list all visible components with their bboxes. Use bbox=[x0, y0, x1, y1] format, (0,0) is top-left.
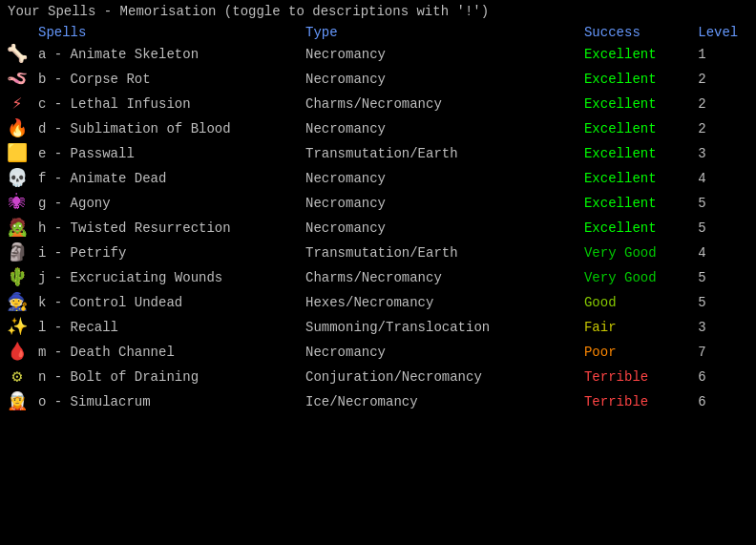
spell-type-cell: Transmutation/Earth bbox=[302, 241, 569, 265]
spell-icon-cell: 🕷 bbox=[0, 191, 34, 216]
table-row: 🟨e - PasswallTransmutation/EarthExcellen… bbox=[0, 141, 756, 166]
table-row: 🌵j - Excruciating WoundsCharms/Necromanc… bbox=[0, 265, 756, 290]
spell-name-cell[interactable]: l - Recall bbox=[34, 315, 302, 340]
spell-name-cell[interactable]: c - Lethal Infusion bbox=[34, 92, 302, 116]
spell-name-cell[interactable]: n - Bolt of Draining bbox=[34, 365, 302, 389]
spell-level-cell: 5 bbox=[690, 265, 756, 290]
spell-success-cell: Very Good bbox=[569, 265, 690, 290]
spell-icon: 🕷 bbox=[6, 192, 29, 215]
spell-icon: 🧟 bbox=[6, 217, 29, 240]
spell-name-cell[interactable]: h - Twisted Resurrection bbox=[34, 216, 302, 241]
spell-type-cell: Conjuration/Necromancy bbox=[302, 365, 569, 389]
spell-success-cell: Excellent bbox=[569, 141, 690, 166]
spell-success-cell: Excellent bbox=[569, 216, 690, 241]
spell-icon-cell: 🪱 bbox=[0, 67, 34, 92]
spell-type-cell: Transmutation/Earth bbox=[302, 141, 569, 166]
spell-icon-cell: 🧟 bbox=[0, 216, 34, 241]
spell-icon: 🗿 bbox=[6, 241, 29, 264]
spell-success-cell: Fair bbox=[569, 315, 690, 340]
table-row: ⚙n - Bolt of DrainingConjuration/Necroma… bbox=[0, 365, 756, 389]
spell-icon-cell: 🧝 bbox=[0, 389, 34, 414]
spell-level-cell: 6 bbox=[690, 389, 756, 414]
spell-name-cell[interactable]: g - Agony bbox=[34, 191, 302, 216]
spell-type-cell: Necromancy bbox=[302, 67, 569, 92]
spell-icon: 🧝 bbox=[6, 390, 29, 413]
spell-type-cell: Necromancy bbox=[302, 116, 569, 141]
table-row: ⚡c - Lethal InfusionCharms/NecromancyExc… bbox=[0, 92, 756, 116]
spell-level-cell: 4 bbox=[690, 166, 756, 191]
spell-icon: 🔥 bbox=[6, 117, 29, 140]
spell-name-cell[interactable]: k - Control Undead bbox=[34, 290, 302, 315]
spell-icon: ⚙ bbox=[6, 366, 29, 388]
spell-level-cell: 3 bbox=[690, 315, 756, 340]
spell-success-cell: Good bbox=[569, 290, 690, 315]
spell-icon: ⚡ bbox=[6, 93, 29, 115]
spell-success-cell: Poor bbox=[569, 340, 690, 365]
spell-icon-cell: 🔥 bbox=[0, 116, 34, 141]
table-row: 💀f - Animate DeadNecromancyExcellent4 bbox=[0, 166, 756, 191]
spell-name-cell[interactable]: f - Animate Dead bbox=[34, 166, 302, 191]
spell-icon-cell: 💀 bbox=[0, 166, 34, 191]
spell-icon: 🩸 bbox=[6, 341, 29, 364]
spell-success-cell: Excellent bbox=[569, 92, 690, 116]
spell-level-cell: 5 bbox=[690, 191, 756, 216]
spell-icon-cell: 🟨 bbox=[0, 141, 34, 166]
header: Your Spells - Memorisation (toggle to de… bbox=[0, 0, 756, 23]
header-text: Your Spells - Memorisation (toggle to de… bbox=[8, 4, 489, 19]
spell-icon: 🟨 bbox=[6, 142, 29, 165]
spell-level-cell: 7 bbox=[690, 340, 756, 365]
spell-type-cell: Necromancy bbox=[302, 216, 569, 241]
level-header: Level bbox=[690, 23, 756, 42]
spell-icon: ✨ bbox=[6, 316, 29, 339]
table-row: 🩸m - Death ChannelNecromancyPoor7 bbox=[0, 340, 756, 365]
spell-level-cell: 2 bbox=[690, 116, 756, 141]
spell-icon-cell: 🦴 bbox=[0, 42, 34, 67]
spell-success-cell: Excellent bbox=[569, 67, 690, 92]
table-row: 🧙k - Control UndeadHexes/NecromancyGood5 bbox=[0, 290, 756, 315]
spell-level-cell: 5 bbox=[690, 216, 756, 241]
spell-name-cell[interactable]: m - Death Channel bbox=[34, 340, 302, 365]
spell-icon-cell: 🧙 bbox=[0, 290, 34, 315]
spell-name-cell[interactable]: e - Passwall bbox=[34, 141, 302, 166]
table-row: 🪱b - Corpse RotNecromancyExcellent2 bbox=[0, 67, 756, 92]
spell-type-cell: Necromancy bbox=[302, 191, 569, 216]
spell-level-cell: 2 bbox=[690, 67, 756, 92]
spell-name-cell[interactable]: d - Sublimation of Blood bbox=[34, 116, 302, 141]
spell-icon: 🧙 bbox=[6, 291, 29, 314]
spell-icon-cell: ⚡ bbox=[0, 92, 34, 116]
table-row: 🕷g - AgonyNecromancyExcellent5 bbox=[0, 191, 756, 216]
spell-icon-cell: ✨ bbox=[0, 315, 34, 340]
icon-header bbox=[0, 23, 34, 42]
spell-success-cell: Excellent bbox=[569, 191, 690, 216]
spell-name-cell[interactable]: o - Simulacrum bbox=[34, 389, 302, 414]
table-row: 🗿i - PetrifyTransmutation/EarthVery Good… bbox=[0, 241, 756, 265]
spell-icon-cell: 🌵 bbox=[0, 265, 34, 290]
table-row: 🔥d - Sublimation of BloodNecromancyExcel… bbox=[0, 116, 756, 141]
spell-success-cell: Excellent bbox=[569, 166, 690, 191]
spell-icon: 🪱 bbox=[6, 68, 29, 91]
spell-level-cell: 5 bbox=[690, 290, 756, 315]
table-row: 🦴a - Animate SkeletonNecromancyExcellent… bbox=[0, 42, 756, 67]
column-headers: Spells Type Success Level bbox=[0, 23, 756, 42]
spell-success-cell: Excellent bbox=[569, 116, 690, 141]
spell-name-cell[interactable]: b - Corpse Rot bbox=[34, 67, 302, 92]
spell-type-cell: Hexes/Necromancy bbox=[302, 290, 569, 315]
spell-success-cell: Excellent bbox=[569, 42, 690, 67]
spell-level-cell: 1 bbox=[690, 42, 756, 67]
spell-icon: 🌵 bbox=[6, 266, 29, 289]
type-header: Type bbox=[302, 23, 569, 42]
spell-name-cell[interactable]: j - Excruciating Wounds bbox=[34, 265, 302, 290]
spell-type-cell: Necromancy bbox=[302, 340, 569, 365]
spell-success-cell: Very Good bbox=[569, 241, 690, 265]
spell-type-cell: Summoning/Translocation bbox=[302, 315, 569, 340]
spell-name-cell[interactable]: a - Animate Skeleton bbox=[34, 42, 302, 67]
spell-type-cell: Charms/Necromancy bbox=[302, 92, 569, 116]
spell-level-cell: 4 bbox=[690, 241, 756, 265]
spell-type-cell: Ice/Necromancy bbox=[302, 389, 569, 414]
spell-level-cell: 6 bbox=[690, 365, 756, 389]
spell-success-cell: Terrible bbox=[569, 389, 690, 414]
success-header: Success bbox=[569, 23, 690, 42]
table-row: 🧟h - Twisted ResurrectionNecromancyExcel… bbox=[0, 216, 756, 241]
table-row: 🧝o - SimulacrumIce/NecromancyTerrible6 bbox=[0, 389, 756, 414]
spell-name-cell[interactable]: i - Petrify bbox=[34, 241, 302, 265]
